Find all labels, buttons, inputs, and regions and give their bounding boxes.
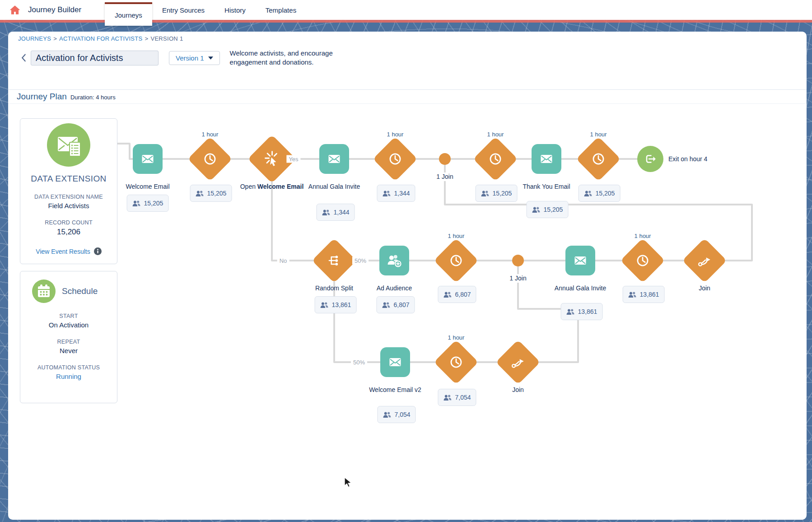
clock-icon <box>387 150 404 168</box>
entry-source-card[interactable]: DATA EXTENSION DATA EXTENSION NAME Field… <box>20 118 117 264</box>
joindot-shape <box>439 153 451 165</box>
envelope-icon <box>538 151 555 167</box>
start-label: START <box>20 313 117 319</box>
breadcrumb: JOURNEYS>ACTIVATION FOR ACTIVISTS>VERSIO… <box>18 35 183 42</box>
back-chevron-icon[interactable] <box>18 52 29 63</box>
breadcrumb-item[interactable]: ACTIVATION FOR ACTIVISTS <box>59 35 142 42</box>
record-count-value: 15,206 <box>20 228 117 237</box>
info-icon[interactable] <box>94 247 102 255</box>
clock-icon <box>590 150 607 168</box>
breadcrumb-separator: > <box>51 35 59 42</box>
entry-type-label: DATA EXTENSION <box>20 174 117 184</box>
data-extension-icon <box>47 123 90 167</box>
random-split-icon <box>326 252 343 269</box>
main-panel: JOURNEYS>ACTIVATION FOR ACTIVISTS>VERSIO… <box>8 32 807 520</box>
clock-icon <box>634 252 651 269</box>
start-value: On Activation <box>20 321 117 329</box>
clock-icon <box>448 354 465 371</box>
schedule-card[interactable]: Schedule START On Activation REPEAT Neve… <box>20 271 117 403</box>
repeat-value: Never <box>20 347 117 354</box>
journey-plan-bar: Journey Plan Duration: 4 hours <box>8 90 807 104</box>
envelope-icon <box>387 354 403 370</box>
tab-journeys[interactable]: Journeys <box>105 2 152 26</box>
journey-plan-duration: Duration: 4 hours <box>70 94 116 101</box>
tab-history[interactable]: History <box>215 0 256 20</box>
clock-icon <box>201 150 219 168</box>
click-burst-icon <box>262 149 281 168</box>
journey-description: Welcome activists, and encourage engagem… <box>230 49 348 67</box>
envelope-icon <box>326 151 342 167</box>
clock-icon <box>448 252 465 269</box>
home-icon[interactable] <box>9 4 21 16</box>
data-extension-name-label: DATA EXTENSION NAME <box>20 194 117 200</box>
automation-status-label: AUTOMATION STATUS <box>20 364 117 371</box>
merge-icon <box>696 252 713 269</box>
repeat-label: REPEAT <box>20 339 117 345</box>
tab-templates[interactable]: Templates <box>256 0 306 20</box>
envelope-icon <box>140 151 156 167</box>
automation-status-value[interactable]: Running <box>20 373 117 380</box>
audience-plus-icon <box>385 252 403 270</box>
breadcrumb-item: VERSION 1 <box>150 35 183 42</box>
calendar-icon <box>32 280 56 303</box>
nav-tabs: JourneysEntry SourcesHistoryTemplates <box>105 0 306 25</box>
exit-icon <box>642 151 658 167</box>
app-title: Journey Builder <box>28 5 81 14</box>
tab-entry-sources[interactable]: Entry Sources <box>152 0 215 20</box>
journey-plan-title: Journey Plan <box>17 92 67 102</box>
version-label: Version 1 <box>176 54 204 62</box>
breadcrumb-separator: > <box>143 35 151 42</box>
record-count-label: RECORD COUNT <box>20 219 117 226</box>
view-event-results-link[interactable]: View Event Results <box>36 248 90 255</box>
chevron-down-icon <box>208 56 213 60</box>
data-extension-name-value: Field Activists <box>20 202 117 210</box>
clock-icon <box>487 150 504 168</box>
breadcrumb-item[interactable]: JOURNEYS <box>18 35 51 42</box>
merge-icon <box>509 354 527 371</box>
journey-name-input[interactable] <box>31 51 159 65</box>
schedule-title: Schedule <box>62 286 98 296</box>
joindot-shape <box>512 255 524 266</box>
envelope-icon <box>572 252 588 269</box>
version-dropdown[interactable]: Version 1 <box>169 51 220 65</box>
